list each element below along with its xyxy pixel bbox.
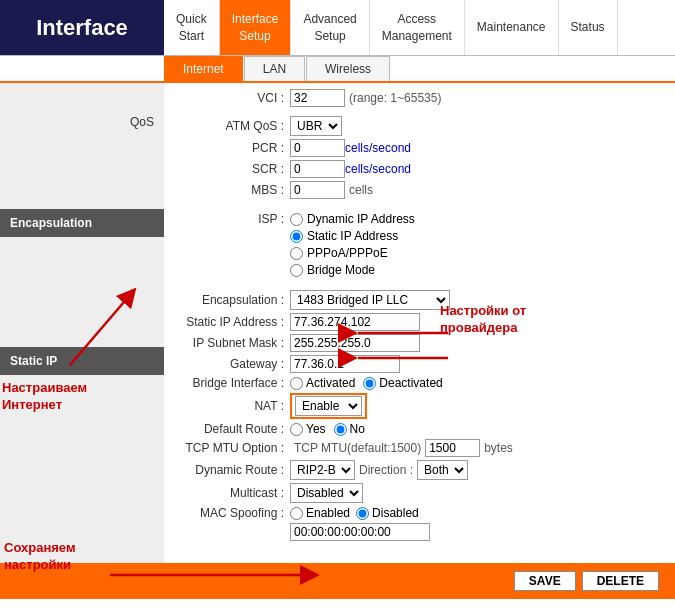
isp-bridge-radio[interactable] bbox=[290, 264, 303, 277]
bridge-activated-option[interactable]: Activated bbox=[290, 376, 355, 390]
multicast-label: Multicast : bbox=[170, 486, 290, 500]
subnet-label: IP Subnet Mask : bbox=[170, 336, 290, 350]
mbs-unit: cells bbox=[349, 183, 373, 197]
gateway-input[interactable] bbox=[290, 355, 400, 373]
nav-bar: Interface Quick Start Interface Setup Ad… bbox=[0, 0, 675, 56]
vci-label: VCI : bbox=[170, 91, 290, 105]
direction-label: Direction : bbox=[359, 463, 413, 477]
bridge-deactivated-label: Deactivated bbox=[379, 376, 442, 390]
multicast-row: Multicast : Disabled bbox=[170, 483, 665, 503]
mac-enabled-option[interactable]: Enabled bbox=[290, 506, 350, 520]
default-route-yes-option[interactable]: Yes bbox=[290, 422, 326, 436]
mbs-row: MBS : cells bbox=[170, 181, 665, 199]
encapsulation-select[interactable]: 1483 Bridged IP LLC bbox=[290, 290, 450, 310]
brand-logo: Interface bbox=[0, 0, 164, 55]
nat-row: NAT : Enable Disable bbox=[170, 393, 665, 419]
mac-spoofing-row: MAC Spoofing : Enabled Disabled bbox=[170, 506, 665, 520]
nav-quick-start[interactable]: Quick Start bbox=[164, 0, 220, 55]
scr-label: SCR : bbox=[170, 162, 290, 176]
gateway-label: Gateway : bbox=[170, 357, 290, 371]
vci-hint: (range: 1~65535) bbox=[349, 91, 441, 105]
pcr-row: PCR : cells/second bbox=[170, 139, 665, 157]
static-ip-sidebar-label: Static IP bbox=[0, 347, 164, 375]
bridge-activated-radio[interactable] bbox=[290, 377, 303, 390]
mac-disabled-option[interactable]: Disabled bbox=[356, 506, 419, 520]
nav-interface-setup[interactable]: Interface Setup bbox=[220, 0, 292, 55]
encapsulation-label: Encapsulation : bbox=[170, 293, 290, 307]
dynamic-route-row: Dynamic Route : RIP2-B Direction : Both bbox=[170, 460, 665, 480]
dynamic-route-label: Dynamic Route : bbox=[170, 463, 290, 477]
sidebar: QoS Encapsulation Static IP bbox=[0, 83, 164, 563]
default-route-no-option[interactable]: No bbox=[334, 422, 365, 436]
tab-internet[interactable]: Internet bbox=[164, 56, 243, 81]
static-ip-label: Static IP Address : bbox=[170, 315, 290, 329]
tcp-mtu-unit: bytes bbox=[484, 441, 513, 455]
default-route-no-label: No bbox=[350, 422, 365, 436]
tcp-mtu-row: TCP MTU Option : TCP MTU(default:1500) b… bbox=[170, 439, 665, 457]
isp-pppoa-option[interactable]: PPPoA/PPPoE bbox=[290, 246, 415, 260]
isp-bridge-option[interactable]: Bridge Mode bbox=[290, 263, 415, 277]
right-content: VCI : (range: 1~65535) ATM QoS : UBR PCR… bbox=[164, 83, 675, 563]
nav-status[interactable]: Status bbox=[559, 0, 618, 55]
tcp-mtu-input[interactable] bbox=[425, 439, 480, 457]
isp-bridge-label: Bridge Mode bbox=[307, 263, 375, 277]
bridge-activated-label: Activated bbox=[306, 376, 355, 390]
atm-qos-label: ATM QoS : bbox=[170, 119, 290, 133]
static-ip-input[interactable] bbox=[290, 313, 420, 331]
default-route-yes-radio[interactable] bbox=[290, 423, 303, 436]
scr-unit: cells/second bbox=[345, 162, 411, 176]
default-route-yes-label: Yes bbox=[306, 422, 326, 436]
tab-lan[interactable]: LAN bbox=[244, 56, 305, 81]
nat-select[interactable]: Enable Disable bbox=[295, 396, 362, 416]
bridge-deactivated-option[interactable]: Deactivated bbox=[363, 376, 442, 390]
gateway-row: Gateway : bbox=[170, 355, 665, 373]
save-button[interactable]: SAVE bbox=[514, 571, 576, 591]
mac-enabled-radio[interactable] bbox=[290, 507, 303, 520]
nav-links: Quick Start Interface Setup Advanced Set… bbox=[164, 0, 675, 55]
isp-pppoa-label: PPPoA/PPPoE bbox=[307, 246, 388, 260]
isp-static-option[interactable]: Static IP Address bbox=[290, 229, 415, 243]
default-route-row: Default Route : Yes No bbox=[170, 422, 665, 436]
static-ip-row: Static IP Address : bbox=[170, 313, 665, 331]
dynamic-route-select[interactable]: RIP2-B bbox=[290, 460, 355, 480]
bridge-deactivated-radio[interactable] bbox=[363, 377, 376, 390]
default-route-no-radio[interactable] bbox=[334, 423, 347, 436]
brand-text: Interface bbox=[36, 15, 128, 41]
atm-qos-row: ATM QoS : UBR bbox=[170, 116, 665, 136]
isp-pppoa-radio[interactable] bbox=[290, 247, 303, 260]
isp-dynamic-option[interactable]: Dynamic IP Address bbox=[290, 212, 415, 226]
atm-qos-select[interactable]: UBR bbox=[290, 116, 342, 136]
nav-maintenance[interactable]: Maintenance bbox=[465, 0, 559, 55]
isp-dynamic-label: Dynamic IP Address bbox=[307, 212, 415, 226]
tab-wireless[interactable]: Wireless bbox=[306, 56, 390, 81]
isp-dynamic-radio[interactable] bbox=[290, 213, 303, 226]
bridge-row: Bridge Interface : Activated Deactivated bbox=[170, 376, 665, 390]
scr-input[interactable] bbox=[290, 160, 345, 178]
isp-static-label: Static IP Address bbox=[307, 229, 398, 243]
qos-sidebar-label: QoS bbox=[0, 111, 164, 129]
mac-address-input[interactable] bbox=[290, 523, 430, 541]
subnet-row: IP Subnet Mask : bbox=[170, 334, 665, 352]
delete-button[interactable]: DELETE bbox=[582, 571, 659, 591]
scr-row: SCR : cells/second bbox=[170, 160, 665, 178]
multicast-select[interactable]: Disabled bbox=[290, 483, 363, 503]
isp-options: Dynamic IP Address Static IP Address PPP… bbox=[290, 212, 415, 277]
isp-label: ISP : bbox=[170, 212, 290, 226]
mbs-input[interactable] bbox=[290, 181, 345, 199]
mac-disabled-label: Disabled bbox=[372, 506, 419, 520]
nav-advanced-setup[interactable]: Advanced Setup bbox=[291, 0, 369, 55]
subnet-input[interactable] bbox=[290, 334, 420, 352]
mbs-label: MBS : bbox=[170, 183, 290, 197]
direction-select[interactable]: Both bbox=[417, 460, 468, 480]
vci-input[interactable] bbox=[290, 89, 345, 107]
mac-spoofing-label: MAC Spoofing : bbox=[170, 506, 290, 520]
pcr-input[interactable] bbox=[290, 139, 345, 157]
pcr-unit: cells/second bbox=[345, 141, 411, 155]
nat-label: NAT : bbox=[170, 399, 290, 413]
mac-disabled-radio[interactable] bbox=[356, 507, 369, 520]
tcp-mtu-hint: TCP MTU(default:1500) bbox=[294, 441, 421, 455]
vci-row: VCI : (range: 1~65535) bbox=[170, 89, 665, 107]
nat-highlight-box: Enable Disable bbox=[290, 393, 367, 419]
isp-static-radio[interactable] bbox=[290, 230, 303, 243]
nav-access-management[interactable]: Access Management bbox=[370, 0, 465, 55]
